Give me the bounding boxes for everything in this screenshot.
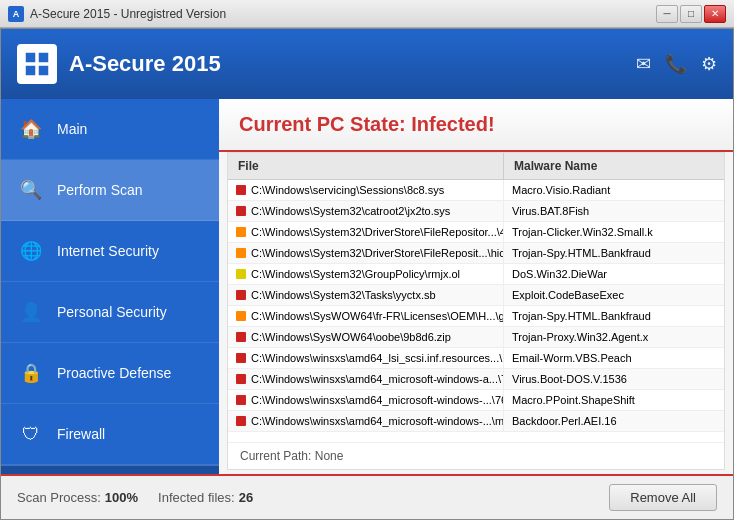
col-malware-header: Malware Name xyxy=(504,153,724,179)
sidebar-item-proactive-defense[interactable]: 🔒 Proactive Defense xyxy=(1,343,219,404)
table-row[interactable]: C:\Windows\winsxs\amd64_microsoft-window… xyxy=(228,369,724,390)
sidebar-item-main-label: Main xyxy=(57,121,87,137)
current-path-label: Current Path: xyxy=(240,449,311,463)
titlebar: A A-Secure 2015 - Unregistred Version ─ … xyxy=(0,0,734,28)
file-indicator xyxy=(236,290,246,300)
remove-all-button[interactable]: Remove All xyxy=(609,484,717,511)
file-path: C:\Windows\SysWOW64\fr-FR\Licenses\OEM\H… xyxy=(251,310,504,322)
minimize-button[interactable]: ─ xyxy=(656,5,678,23)
table-row[interactable]: C:\Windows\winsxs\amd64_microsoft-window… xyxy=(228,411,724,432)
titlebar-controls: ─ □ ✕ xyxy=(656,5,726,23)
file-path: C:\Windows\winsxs\amd64_microsoft-window… xyxy=(251,394,504,406)
row-file-cell: C:\Windows\winsxs\amd64_microsoft-window… xyxy=(228,369,504,389)
scan-process-label: Scan Process: xyxy=(17,490,101,505)
scan-process-value: 100% xyxy=(105,490,138,505)
file-path: C:\Windows\System32\DriverStore\FileRepo… xyxy=(251,247,504,259)
current-path-value: None xyxy=(315,449,344,463)
header-icons: ✉ 📞 ⚙ xyxy=(636,53,717,75)
sidebar-item-proactive-defense-label: Proactive Defense xyxy=(57,365,171,381)
sidebar-item-personal-security-label: Personal Security xyxy=(57,304,167,320)
shield-icon: 🛡 xyxy=(17,420,45,448)
sidebar-item-internet-security[interactable]: 🌐 Internet Security xyxy=(1,221,219,282)
person-icon: 👤 xyxy=(17,298,45,326)
row-file-cell: C:\Windows\winsxs\amd64_microsoft-window… xyxy=(228,390,504,410)
file-path: C:\Windows\System32\catroot2\jx2to.sys xyxy=(251,205,450,217)
row-malware-cell: Virus.Boot-DOS.V.1536 xyxy=(504,369,724,389)
file-table: File Malware Name C:\Windows\servicing\S… xyxy=(227,152,725,470)
app-container: A-Secure 2015 ✉ 📞 ⚙ 🏠 Main 🔍 Perform Sca… xyxy=(0,28,734,520)
titlebar-left: A A-Secure 2015 - Unregistred Version xyxy=(8,6,226,22)
table-row[interactable]: C:\Windows\System32\catroot2\jx2to.sys V… xyxy=(228,201,724,222)
row-malware-cell: Email-Worm.VBS.Peach xyxy=(504,348,724,368)
row-file-cell: C:\Windows\winsxs\amd64_microsoft-window… xyxy=(228,411,504,431)
sidebar-item-internet-security-label: Internet Security xyxy=(57,243,159,259)
row-malware-cell: Trojan-Clicker.Win32.Small.k xyxy=(504,222,724,242)
svg-rect-2 xyxy=(25,65,36,76)
row-malware-cell: Exploit.CodeBaseExec xyxy=(504,285,724,305)
close-button[interactable]: ✕ xyxy=(704,5,726,23)
app-logo-icon xyxy=(17,44,57,84)
row-malware-cell: Backdoor.Perl.AEI.16 xyxy=(504,411,724,431)
app-header: A-Secure 2015 ✉ 📞 ⚙ xyxy=(1,29,733,99)
scan-process-info: Scan Process: 100% xyxy=(17,490,138,505)
row-file-cell: C:\Windows\SysWOW64\fr-FR\Licenses\OEM\H… xyxy=(228,306,504,326)
file-path: C:\Windows\SysWOW64\oobe\9b8d6.zip xyxy=(251,331,451,343)
file-indicator xyxy=(236,374,246,384)
sidebar-item-main[interactable]: 🏠 Main xyxy=(1,99,219,160)
file-indicator xyxy=(236,248,246,258)
settings-icon[interactable]: ⚙ xyxy=(701,53,717,75)
table-row[interactable]: C:\Windows\System32\Tasks\yyctx.sb Explo… xyxy=(228,285,724,306)
table-row[interactable]: C:\Windows\System32\DriverStore\FileRepo… xyxy=(228,243,724,264)
table-body[interactable]: C:\Windows\servicing\Sessions\8c8.sys Ma… xyxy=(228,180,724,442)
row-malware-cell: Trojan-Spy.HTML.Bankfraud xyxy=(504,306,724,326)
app-body: 🏠 Main 🔍 Perform Scan 🌐 Internet Securit… xyxy=(1,99,733,474)
email-icon[interactable]: ✉ xyxy=(636,53,651,75)
file-indicator xyxy=(236,353,246,363)
table-header: File Malware Name xyxy=(228,153,724,180)
state-title: Current PC State: Infected! xyxy=(239,113,713,136)
col-file-header: File xyxy=(228,153,504,179)
file-indicator xyxy=(236,332,246,342)
file-path: C:\Windows\System32\DriverStore\FileRepo… xyxy=(251,226,504,238)
svg-rect-0 xyxy=(25,52,36,63)
file-indicator xyxy=(236,227,246,237)
current-path: Current Path: None xyxy=(228,442,724,469)
home-icon: 🏠 xyxy=(17,115,45,143)
sidebar-item-perform-scan[interactable]: 🔍 Perform Scan xyxy=(1,160,219,221)
app-title: A-Secure 2015 xyxy=(69,51,221,77)
app-logo: A-Secure 2015 xyxy=(17,44,221,84)
file-indicator xyxy=(236,416,246,426)
row-malware-cell: Trojan-Spy.HTML.Bankfraud xyxy=(504,243,724,263)
file-path: C:\Windows\System32\Tasks\yyctx.sb xyxy=(251,289,436,301)
file-path: C:\Windows\System32\GroupPolicy\rmjx.ol xyxy=(251,268,460,280)
file-path: C:\Windows\winsxs\amd64_microsoft-window… xyxy=(251,373,504,385)
logo-svg xyxy=(23,50,51,78)
phone-icon[interactable]: 📞 xyxy=(665,53,687,75)
row-malware-cell: Trojan-Proxy.Win32.Agent.x xyxy=(504,327,724,347)
bottom-bar: Scan Process: 100% Infected files: 26 Re… xyxy=(1,474,733,519)
file-indicator xyxy=(236,206,246,216)
titlebar-title: A-Secure 2015 - Unregistred Version xyxy=(30,7,226,21)
maximize-button[interactable]: □ xyxy=(680,5,702,23)
row-file-cell: C:\Windows\System32\DriverStore\FileRepo… xyxy=(228,243,504,263)
row-file-cell: C:\Windows\servicing\Sessions\8c8.sys xyxy=(228,180,504,200)
titlebar-app-icon: A xyxy=(8,6,24,22)
table-row[interactable]: C:\Windows\System32\DriverStore\FileRepo… xyxy=(228,222,724,243)
table-row[interactable]: C:\Windows\SysWOW64\oobe\9b8d6.zip Troja… xyxy=(228,327,724,348)
sidebar-item-firewall-label: Firewall xyxy=(57,426,105,442)
file-path: C:\Windows\servicing\Sessions\8c8.sys xyxy=(251,184,444,196)
main-content: Current PC State: Infected! File Malware… xyxy=(219,99,733,474)
table-row[interactable]: C:\Windows\winsxs\amd64_microsoft-window… xyxy=(228,390,724,411)
row-malware-cell: Virus.BAT.8Fish xyxy=(504,201,724,221)
table-row[interactable]: C:\Windows\System32\GroupPolicy\rmjx.ol … xyxy=(228,264,724,285)
sidebar-item-firewall[interactable]: 🛡 Firewall xyxy=(1,404,219,465)
sidebar-item-personal-security[interactable]: 👤 Personal Security xyxy=(1,282,219,343)
table-row[interactable]: C:\Windows\winsxs\amd64_lsi_scsi.inf.res… xyxy=(228,348,724,369)
table-row[interactable]: C:\Windows\servicing\Sessions\8c8.sys Ma… xyxy=(228,180,724,201)
row-malware-cell: DoS.Win32.DieWar xyxy=(504,264,724,284)
svg-rect-1 xyxy=(38,52,49,63)
row-file-cell: C:\Windows\System32\Tasks\yyctx.sb xyxy=(228,285,504,305)
row-file-cell: C:\Windows\SysWOW64\oobe\9b8d6.zip xyxy=(228,327,504,347)
table-row[interactable]: C:\Windows\SysWOW64\fr-FR\Licenses\OEM\H… xyxy=(228,306,724,327)
file-indicator xyxy=(236,269,246,279)
